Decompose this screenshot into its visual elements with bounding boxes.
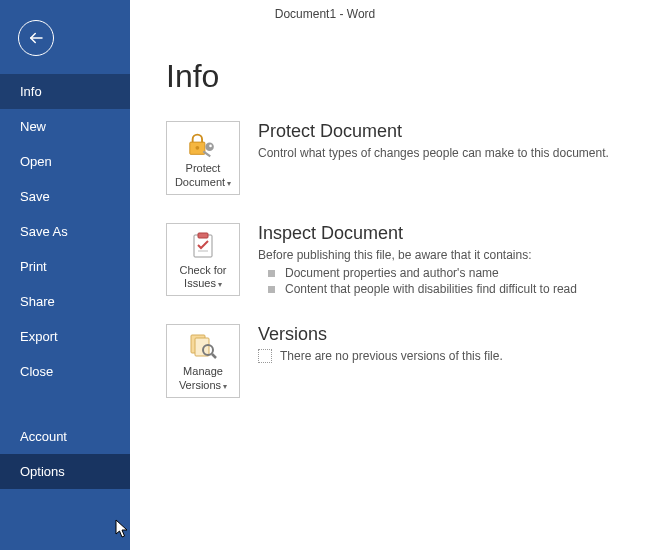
sidebar-item-new[interactable]: New [0, 109, 130, 144]
svg-point-4 [209, 145, 212, 148]
sidebar-item-label: Save [20, 189, 50, 204]
svg-point-2 [195, 146, 199, 150]
versions-desc: There are no previous versions of this f… [280, 349, 503, 363]
sidebar-item-label: Close [20, 364, 53, 379]
chevron-down-icon: ▾ [218, 280, 222, 290]
sidebar-item-open[interactable]: Open [0, 144, 130, 179]
svg-point-3 [205, 143, 213, 151]
manage-versions-button[interactable]: Manage Versions▾ [166, 324, 240, 398]
sidebar-item-label: Info [20, 84, 42, 99]
back-button[interactable] [18, 20, 54, 56]
sidebar-gap [0, 389, 130, 419]
sidebar-item-save[interactable]: Save [0, 179, 130, 214]
inspect-bullets: Document properties and author's name Co… [258, 266, 630, 296]
document-dotted-icon [258, 349, 272, 363]
check-for-issues-button[interactable]: Check for Issues▾ [166, 223, 240, 297]
sidebar-item-label: Open [20, 154, 52, 169]
svg-rect-7 [198, 233, 208, 238]
back-arrow-icon [27, 29, 45, 47]
sidebar-item-export[interactable]: Export [0, 319, 130, 354]
sidebar: Info New Open Save Save As Print Share E… [0, 0, 130, 550]
section-desc: Before publishing this file, be aware th… [258, 248, 630, 262]
sidebar-item-label: Save As [20, 224, 68, 239]
sidebar-item-label: New [20, 119, 46, 134]
chevron-down-icon: ▾ [227, 179, 231, 189]
tile-label: Manage Versions▾ [171, 365, 235, 393]
list-item: Document properties and author's name [258, 266, 630, 280]
sidebar-item-label: Account [20, 429, 67, 444]
page-title: Info [166, 58, 630, 95]
section-versions: Manage Versions▾ Versions There are no p… [166, 324, 630, 398]
tile-label: Check for Issues▾ [171, 264, 235, 292]
section-desc: Control what types of changes people can… [258, 146, 630, 160]
section-inspect: Check for Issues▾ Inspect Document Befor… [166, 223, 630, 297]
sidebar-item-print[interactable]: Print [0, 249, 130, 284]
list-item: Content that people with disabilities fi… [258, 282, 630, 296]
window-title: Document1 - Word [275, 7, 375, 21]
bullet-text: Content that people with disabilities fi… [285, 282, 577, 296]
section-title: Protect Document [258, 121, 630, 142]
section-title: Versions [258, 324, 630, 345]
svg-rect-10 [195, 338, 209, 356]
bullet-text: Document properties and author's name [285, 266, 499, 280]
sidebar-item-save-as[interactable]: Save As [0, 214, 130, 249]
sidebar-item-info[interactable]: Info [0, 74, 130, 109]
section-title: Inspect Document [258, 223, 630, 244]
lock-key-icon [187, 128, 219, 160]
sidebar-item-close[interactable]: Close [0, 354, 130, 389]
tile-label: Protect Document▾ [171, 162, 235, 190]
bullet-icon [268, 286, 275, 293]
sidebar-item-options[interactable]: Options [0, 454, 130, 489]
sidebar-item-label: Print [20, 259, 47, 274]
section-protect: Protect Document▾ Protect Document Contr… [166, 121, 630, 195]
svg-line-12 [212, 354, 216, 358]
sidebar-item-label: Export [20, 329, 58, 344]
sidebar-items: Info New Open Save Save As Print Share E… [0, 74, 130, 489]
sidebar-item-share[interactable]: Share [0, 284, 130, 319]
clipboard-check-icon [187, 230, 219, 262]
chevron-down-icon: ▾ [223, 382, 227, 392]
sidebar-item-account[interactable]: Account [0, 419, 130, 454]
protect-document-button[interactable]: Protect Document▾ [166, 121, 240, 195]
sidebar-item-label: Share [20, 294, 55, 309]
documents-magnifier-icon [187, 331, 219, 363]
bullet-icon [268, 270, 275, 277]
main-panel: Info Protect Document▾ Protect Document … [130, 28, 650, 550]
sidebar-item-label: Options [20, 464, 65, 479]
versions-row: There are no previous versions of this f… [258, 349, 630, 363]
